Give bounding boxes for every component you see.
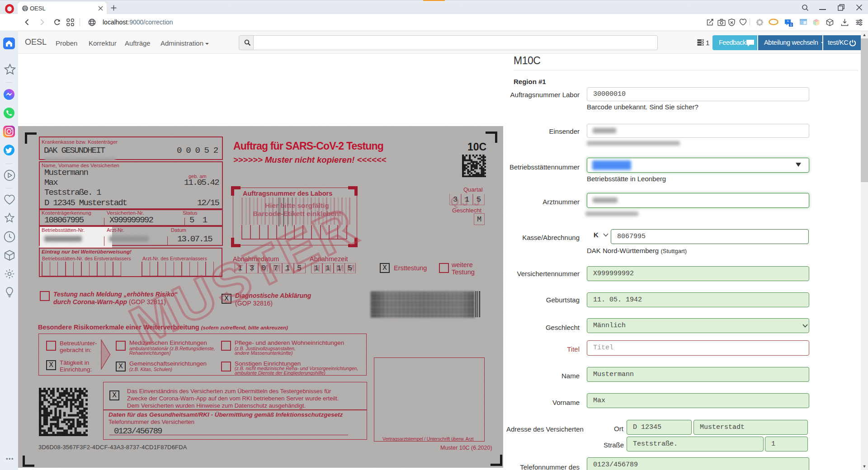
- svg-text:*: *: [787, 19, 789, 24]
- svg-text:0: 0: [790, 23, 792, 27]
